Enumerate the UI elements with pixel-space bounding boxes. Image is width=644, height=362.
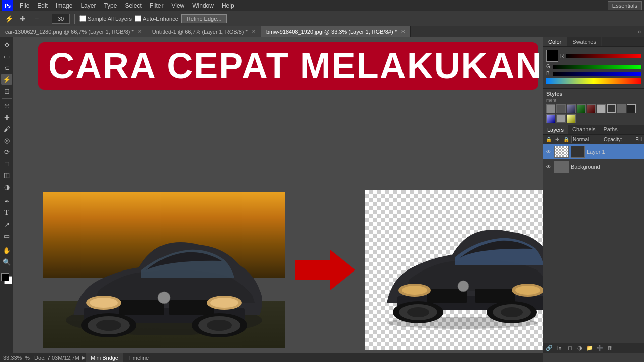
color-tab[interactable]: Color xyxy=(543,37,567,46)
menu-view[interactable]: View xyxy=(168,1,188,10)
eyedropper-tool[interactable]: ⁜ xyxy=(1,100,12,111)
refine-edge-button[interactable]: Refine Edge... xyxy=(181,14,227,23)
svg-point-11 xyxy=(96,320,121,331)
layer-2-eye[interactable]: 👁 xyxy=(545,163,552,170)
tab-bar: car-1300629_1280.png @ 66,7% (Layer 1, R… xyxy=(0,26,644,37)
pen-tool[interactable]: ✒ xyxy=(1,196,12,207)
style-item-12[interactable] xyxy=(567,114,576,123)
tab-1-close[interactable]: ✕ xyxy=(138,29,142,34)
b-label: B xyxy=(546,71,551,76)
tab-2-close[interactable]: ✕ xyxy=(252,29,256,34)
fill-label: Fill xyxy=(635,137,642,142)
style-item-10[interactable] xyxy=(546,114,555,123)
collapse-panel-button[interactable]: » xyxy=(635,26,644,37)
tool-add-icon[interactable]: ✚ xyxy=(17,13,28,24)
g-slider[interactable] xyxy=(553,65,641,69)
brush-tool[interactable]: 🖌 xyxy=(1,123,12,134)
history-tool[interactable]: ⟳ xyxy=(1,146,12,157)
shape-tool[interactable]: ▭ xyxy=(1,230,12,241)
marquee-tool[interactable]: ▭ xyxy=(1,51,12,62)
add-mask-icon[interactable]: ◻ xyxy=(566,344,574,352)
style-item-2[interactable] xyxy=(556,104,566,113)
tab-3[interactable]: bmw-918408_1920.jpg @ 33,3% (Layer 1, RG… xyxy=(261,26,411,37)
layer-fx-icon[interactable]: fx xyxy=(555,344,564,352)
style-item-3[interactable] xyxy=(567,104,576,113)
styles-panel: Styles ment xyxy=(543,88,644,125)
text-tool[interactable]: T xyxy=(1,207,12,218)
layer-row-1[interactable]: 👁 Layer 1 xyxy=(543,144,644,159)
menu-layer[interactable]: Layer xyxy=(77,1,99,10)
svg-rect-2 xyxy=(119,300,164,315)
sep-4 xyxy=(2,269,12,269)
quick-selection-icon: ⚡ xyxy=(3,13,14,24)
channels-tab[interactable]: Channels xyxy=(568,125,599,134)
adjustment-icon[interactable]: ◑ xyxy=(576,344,584,352)
dodge-tool[interactable]: ◑ xyxy=(1,181,12,192)
tab-3-close[interactable]: ✕ xyxy=(401,29,405,34)
lasso-tool[interactable]: ⊂ xyxy=(1,62,12,73)
style-item-5[interactable] xyxy=(587,104,596,113)
menu-image[interactable]: Image xyxy=(52,1,76,10)
layers-panel: Layers Channels Paths 🔒 ✚ 🔒 Normal Opaci… xyxy=(543,125,644,353)
tab-2[interactable]: Untitled-1 @ 66,7% (Layer 1, RGB/8) * ✕ xyxy=(147,26,261,37)
paths-tab[interactable]: Paths xyxy=(600,125,622,134)
menu-file[interactable]: File xyxy=(16,1,33,10)
delete-layer-icon[interactable]: 🗑 xyxy=(606,344,614,352)
svg-point-22 xyxy=(402,286,427,295)
style-item-1[interactable] xyxy=(546,104,555,113)
style-item-4[interactable] xyxy=(577,104,586,113)
gradient-tool[interactable]: ◫ xyxy=(1,169,12,180)
swatches-tab[interactable]: Swatches xyxy=(567,37,602,46)
menu-help[interactable]: Help xyxy=(218,1,238,10)
layer-row-2[interactable]: 👁 Background xyxy=(543,159,644,174)
hue-slider[interactable] xyxy=(546,78,641,84)
menu-filter[interactable]: Filter xyxy=(146,1,167,10)
timeline-tab[interactable]: Timeline xyxy=(123,353,154,363)
foreground-color[interactable] xyxy=(1,273,9,281)
sample-all-layers-checkbox[interactable] xyxy=(79,15,86,22)
healing-tool[interactable]: ✚ xyxy=(1,112,12,123)
quick-select-tool[interactable]: ⚡ xyxy=(1,74,12,85)
eraser-tool[interactable]: ◻ xyxy=(1,158,12,169)
style-item-9[interactable] xyxy=(627,104,636,113)
blend-mode-select[interactable]: Normal xyxy=(571,136,590,143)
status-divider xyxy=(32,355,32,361)
essentials-button[interactable]: Essentials xyxy=(608,1,642,10)
opacity-label: Opacity: xyxy=(604,137,622,142)
style-item-11[interactable] xyxy=(556,114,566,123)
sep-1 xyxy=(2,98,12,99)
hand-tool[interactable]: ✋ xyxy=(1,245,12,256)
auto-enhance-checkbox[interactable] xyxy=(135,15,141,22)
g-channel: G xyxy=(546,64,641,69)
layer-2-name: Background xyxy=(571,164,600,170)
color-preview[interactable] xyxy=(546,50,558,62)
menu-type[interactable]: Type xyxy=(100,1,120,10)
layer-1-eye[interactable]: 👁 xyxy=(545,148,552,155)
brush-size-value[interactable]: 30 xyxy=(52,14,70,24)
link-layers-icon[interactable]: 🔗 xyxy=(545,344,553,352)
move-tool[interactable]: ✥ xyxy=(1,39,12,50)
tab-1[interactable]: car-1300629_1280.png @ 66,7% (Layer 1, R… xyxy=(0,26,147,37)
style-item-7[interactable] xyxy=(607,104,616,113)
menu-select[interactable]: Select xyxy=(121,1,145,10)
clone-tool[interactable]: ◎ xyxy=(1,135,12,146)
svg-point-4 xyxy=(158,292,170,304)
menu-edit[interactable]: Edit xyxy=(34,1,51,10)
new-group-icon[interactable]: 📁 xyxy=(586,344,594,352)
foreground-background-colors[interactable] xyxy=(1,273,12,284)
car-cutout-image xyxy=(365,190,543,350)
style-item-8[interactable] xyxy=(617,104,626,113)
svg-point-30 xyxy=(501,307,523,317)
zoom-tool[interactable]: 🔍 xyxy=(1,256,12,267)
divider-1 xyxy=(47,14,47,24)
mini-bridge-tab[interactable]: Mini Bridge xyxy=(86,353,123,363)
r-slider[interactable] xyxy=(566,54,641,58)
new-layer-icon[interactable]: ➕ xyxy=(596,344,604,352)
menu-window[interactable]: Window xyxy=(189,1,217,10)
path-select-tool[interactable]: ↗ xyxy=(1,219,12,230)
style-item-6[interactable] xyxy=(597,104,606,113)
tool-subtract-icon[interactable]: − xyxy=(31,13,42,24)
crop-tool[interactable]: ⊡ xyxy=(1,85,12,97)
b-slider[interactable] xyxy=(553,72,641,76)
layers-tab[interactable]: Layers xyxy=(543,125,568,134)
